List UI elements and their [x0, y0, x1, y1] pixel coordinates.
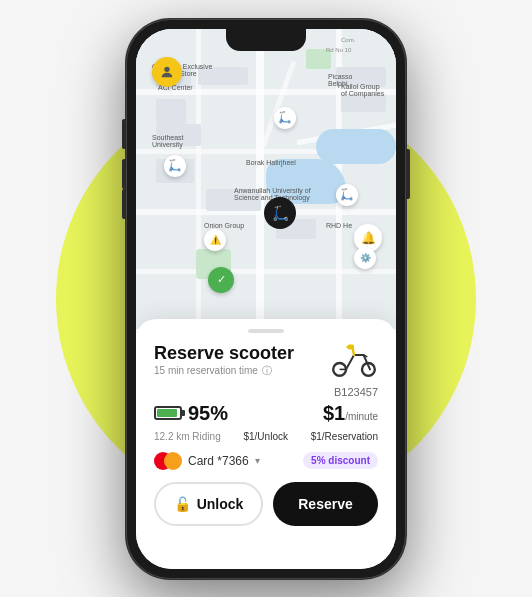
discount-badge: 5% discount — [303, 452, 378, 469]
scooter-id: B123457 — [330, 386, 378, 398]
battery-price-row: 95% $1/minute — [154, 402, 378, 425]
reserve-title: Reserve scooter — [154, 343, 294, 364]
map-user-avatar — [152, 57, 182, 87]
battery-percent: 95% — [188, 402, 228, 425]
action-buttons: 🔓 Unlock Reserve — [154, 482, 378, 526]
scooter-pin-top: 🛴 — [274, 107, 296, 129]
battery-section: 95% — [154, 402, 228, 425]
bottom-panel: Reserve scooter 15 min reservation time … — [136, 319, 396, 569]
phone-wrapper: CycleLife ExclusiveGulshan Store ACI Cen… — [126, 19, 406, 579]
warning-pin: ⚠️ — [204, 229, 226, 251]
card-dropdown-icon[interactable]: ▾ — [255, 455, 260, 466]
panel-header: Reserve scooter 15 min reservation time … — [154, 343, 378, 398]
phone-frame: CycleLife ExclusiveGulshan Store ACI Cen… — [126, 19, 406, 579]
detail-unlock-price: $1/Unlock — [243, 431, 287, 442]
scooter-pin-small: 🛴 — [164, 155, 186, 177]
detail-reservation-price: $1/Reservation — [311, 431, 378, 442]
price-main: $1 — [323, 402, 345, 424]
map-area: CycleLife ExclusiveGulshan Store ACI Cen… — [136, 29, 396, 329]
battery-icon — [154, 406, 182, 420]
scooter-illustration — [330, 339, 378, 386]
unlock-button[interactable]: 🔓 Unlock — [154, 482, 263, 526]
map-label-onion: Onion Group — [204, 222, 244, 229]
gear-pin: ⚙️ — [354, 247, 376, 269]
check-pin: ✓ — [208, 267, 234, 293]
lock-icon: 🔓 — [174, 496, 191, 512]
map-label-southeast: SoutheastUniversity — [152, 134, 184, 148]
notch — [226, 29, 306, 51]
reservation-time: 15 min reservation time ⓘ — [154, 364, 294, 378]
map-label-borak: Borak Hatirjheel — [246, 159, 296, 166]
drag-handle — [248, 329, 284, 333]
map-label-com: Com. — [341, 37, 355, 43]
phone-screen: CycleLife ExclusiveGulshan Store ACI Cen… — [136, 29, 396, 569]
scooter-pin-right: 🛴 — [336, 184, 358, 206]
battery-fill — [157, 409, 177, 417]
detail-distance: 12.2 km Riding — [154, 431, 221, 442]
svg-point-0 — [164, 66, 169, 71]
reserve-button[interactable]: Reserve — [273, 482, 378, 526]
map-label-rd10: Rd No 10 — [326, 47, 351, 53]
svg-rect-3 — [348, 344, 354, 349]
price-unit: /minute — [345, 411, 378, 422]
main-scooter-pin[interactable]: 🛴 — [264, 197, 296, 229]
card-info[interactable]: Card *7366 ▾ — [154, 452, 260, 470]
map-label-kallol: Kallol Groupof Companies — [341, 83, 384, 97]
map-label-rhd: RHD He — [326, 222, 352, 229]
mc-orange-circle — [164, 452, 182, 470]
card-number: Card *7366 — [188, 454, 249, 468]
card-row[interactable]: Card *7366 ▾ 5% discount — [154, 452, 378, 470]
mastercard-icon — [154, 452, 182, 470]
details-row: 12.2 km Riding $1/Unlock $1/Reservation — [154, 431, 378, 442]
price-section: $1/minute — [323, 402, 378, 425]
